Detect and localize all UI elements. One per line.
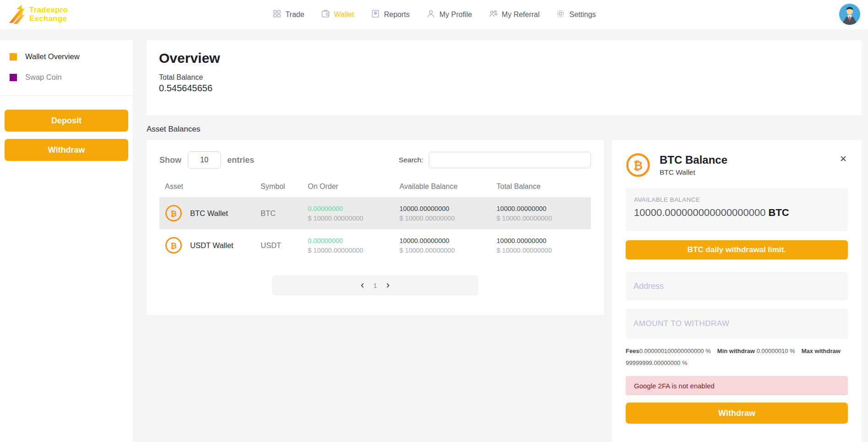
brand-logo-icon	[6, 3, 27, 26]
brand-logo[interactable]: TradexproExchange	[6, 3, 68, 26]
referral-icon	[488, 9, 497, 20]
col-asset: Asset	[159, 180, 261, 197]
max-withdraw-label: Max withdraw	[802, 348, 841, 354]
overview-card: Overview Total Balance 0.545645656	[147, 40, 862, 115]
search-group: Search:	[399, 152, 591, 168]
min-withdraw-value: 0.00000010 %	[757, 348, 795, 354]
available-balance-value: 10000.000000000000000000	[634, 207, 766, 218]
chevron-right-icon[interactable]: ›	[385, 280, 390, 290]
fees-info: Fees0.000000100000000000 %Min withdraw 0…	[626, 345, 848, 369]
table-controls: Show entries Search:	[159, 151, 591, 169]
table-row-usdt[interactable]: ₿ USDT Wallet USDT 0.00000000$ 10000.000…	[159, 229, 591, 261]
col-on-order: On Order	[308, 180, 399, 197]
col-total-balance: Total Balance	[497, 180, 591, 197]
table-header-row: Asset Symbol On Order Available Balance …	[159, 180, 591, 197]
available-balance-unit: BTC	[769, 207, 789, 218]
user-avatar[interactable]	[839, 3, 862, 26]
col-available-balance: Available Balance	[399, 180, 497, 197]
asset-table: Asset Symbol On Order Available Balance …	[159, 180, 591, 261]
show-entries-group: Show entries	[159, 151, 254, 169]
total-balance-label: Total Balance	[159, 73, 849, 82]
nav-item-my-profile[interactable]: My Profile	[426, 9, 472, 20]
sidebar-divider	[0, 95, 133, 96]
pagination: ‹ 1 ›	[272, 275, 478, 295]
table-row-btc[interactable]: ₿ BTC Wallet BTC 0.00000000$ 10000.00000…	[159, 197, 591, 229]
withdraw-sidebar-button[interactable]: Withdraw	[5, 139, 128, 161]
amount-input[interactable]	[626, 309, 848, 339]
nav-item-my-referral[interactable]: My Referral	[488, 9, 540, 20]
usdt-coin-icon: ₿	[165, 237, 182, 254]
search-label: Search:	[399, 156, 423, 164]
max-withdraw-value: 99999999.00000000 %	[626, 359, 687, 366]
sidebar-item-wallet-overview[interactable]: Wallet Overview	[0, 52, 133, 61]
2fa-alert: Google 2FA is not enabled	[626, 376, 848, 395]
purple-square-icon	[10, 74, 17, 81]
svg-text:₿: ₿	[170, 209, 177, 218]
fees-label: Fees	[626, 348, 639, 354]
nav-item-reports[interactable]: Reports	[371, 9, 409, 20]
entries-count-input[interactable]	[188, 151, 221, 169]
daily-withdrawal-limit-button[interactable]: BTC daily withdrawal limit.	[626, 240, 848, 260]
show-label: Show	[159, 155, 181, 165]
sidebar-item-swap-coin[interactable]: Swap Coin	[0, 73, 133, 82]
top-navbar: TradexproExchange Trade	[0, 0, 868, 29]
profile-icon	[426, 9, 435, 20]
main-nav: Trade Wallet Reports	[272, 0, 596, 29]
btc-coin-icon: ₿	[165, 204, 182, 222]
nav-item-trade[interactable]: Trade	[272, 9, 304, 20]
entries-label: entries	[227, 155, 254, 165]
available-balance-label: AVAILABLE BALANCE	[634, 196, 840, 203]
wallet-icon	[321, 9, 330, 20]
page-number[interactable]: 1	[373, 282, 377, 289]
asset-balances-title: Asset Balances	[147, 125, 200, 134]
close-icon[interactable]: ✕	[840, 154, 847, 164]
asset-balances-card: Show entries Search: Asset Symbol On Ord…	[147, 140, 604, 315]
wallet-page: TradexproExchange Trade	[0, 0, 868, 442]
btc-balance-icon: ₿	[626, 153, 650, 177]
settings-icon	[556, 9, 565, 20]
trade-icon	[272, 9, 281, 20]
fees-value: 0.000000100000000000 %	[639, 348, 711, 354]
panel-title: BTC Balance	[660, 154, 727, 166]
search-input[interactable]	[429, 152, 591, 168]
nav-item-settings[interactable]: Settings	[556, 9, 596, 20]
panel-subtitle: BTC Wallet	[660, 168, 727, 177]
min-withdraw-label: Min withdraw	[717, 348, 755, 354]
panel-header: ₿ BTC Balance BTC Wallet ✕	[626, 153, 848, 177]
withdraw-submit-button[interactable]: Withdraw	[626, 403, 848, 424]
total-balance-value: 0.545645656	[159, 83, 849, 94]
address-input[interactable]	[626, 272, 848, 300]
amber-square-icon	[10, 53, 17, 61]
nav-item-wallet[interactable]: Wallet	[321, 9, 354, 20]
wallet-sidebar: Wallet Overview Swap Coin Deposit Withdr…	[0, 40, 133, 442]
deposit-button[interactable]: Deposit	[5, 110, 128, 132]
brand-name: TradexproExchange	[29, 6, 68, 23]
btc-withdraw-panel: ₿ BTC Balance BTC Wallet ✕ AVAILABLE BAL…	[612, 140, 862, 442]
svg-text:₿: ₿	[170, 241, 177, 250]
svg-text:₿: ₿	[633, 159, 643, 172]
reports-icon	[371, 9, 380, 20]
page-title: Overview	[159, 50, 849, 66]
available-balance-card: AVAILABLE BALANCE 10000.0000000000000000…	[626, 188, 848, 231]
chevron-left-icon[interactable]: ‹	[360, 280, 365, 290]
col-symbol: Symbol	[261, 180, 308, 197]
